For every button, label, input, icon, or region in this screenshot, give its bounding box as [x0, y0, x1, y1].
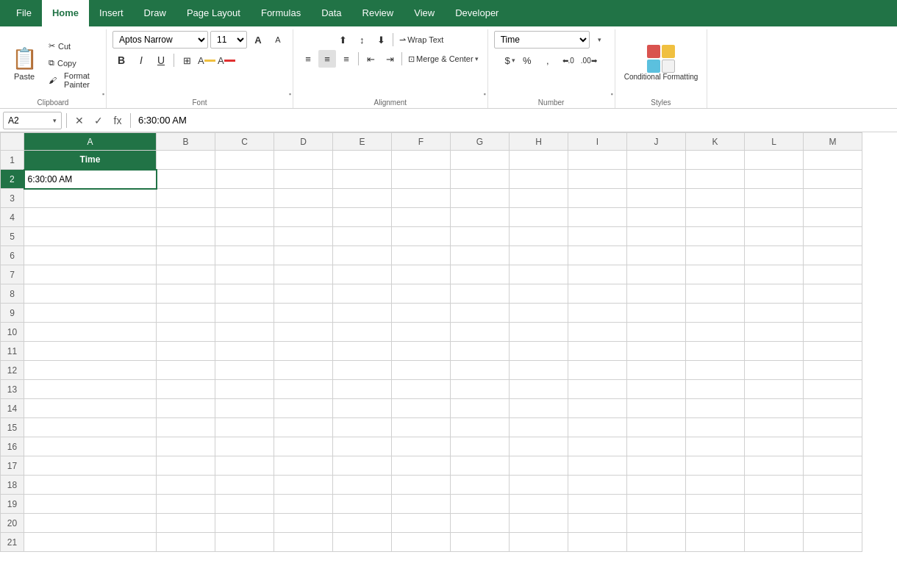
cell-D14[interactable] — [274, 399, 333, 418]
merge-center-button[interactable]: ⊡ Merge & Center ▾ — [405, 50, 482, 68]
cell-A14[interactable] — [24, 399, 157, 418]
cell-E1[interactable] — [333, 151, 392, 170]
cell-C21[interactable] — [215, 533, 274, 552]
cell-M17[interactable] — [804, 456, 862, 476]
cell-H16[interactable] — [510, 437, 568, 456]
cell-L8[interactable] — [745, 284, 804, 304]
cell-H12[interactable] — [510, 361, 568, 380]
cell-H2[interactable] — [510, 170, 568, 189]
cell-E20[interactable] — [333, 514, 392, 533]
cell-K21[interactable] — [686, 533, 745, 552]
row-header-16[interactable]: 16 — [1, 437, 24, 456]
cell-E5[interactable] — [333, 227, 392, 246]
cell-E13[interactable] — [333, 380, 392, 399]
cell-F1[interactable] — [392, 151, 451, 170]
copy-button[interactable]: ⧉ Copy — [46, 55, 97, 71]
col-header-J[interactable]: J — [627, 133, 686, 151]
row-header-8[interactable]: 8 — [1, 284, 24, 304]
cell-J20[interactable] — [627, 514, 686, 533]
cell-J18[interactable] — [627, 476, 686, 495]
cell-I9[interactable] — [568, 304, 627, 323]
cell-C2[interactable] — [215, 170, 274, 189]
cell-L2[interactable] — [745, 170, 804, 189]
cell-M2[interactable] — [804, 170, 862, 189]
row-header-1[interactable]: 1 — [1, 151, 24, 170]
cell-J6[interactable] — [627, 246, 686, 265]
cell-A20[interactable] — [24, 514, 157, 533]
wrap-text-button[interactable]: ⇀ Wrap Text — [396, 31, 446, 49]
cell-J12[interactable] — [627, 361, 686, 380]
row-header-10[interactable]: 10 — [1, 323, 24, 342]
cell-B14[interactable] — [157, 399, 215, 418]
cell-C15[interactable] — [215, 418, 274, 437]
col-header-M[interactable]: M — [804, 133, 862, 151]
cell-C10[interactable] — [215, 323, 274, 342]
cell-A6[interactable] — [24, 246, 157, 265]
font-color-button[interactable]: A — [218, 51, 235, 69]
cell-C6[interactable] — [215, 246, 274, 265]
cell-C11[interactable] — [215, 342, 274, 361]
cell-G21[interactable] — [451, 533, 510, 552]
cell-A5[interactable] — [24, 227, 157, 246]
cell-M20[interactable] — [804, 514, 862, 533]
cell-D7[interactable] — [274, 265, 333, 284]
col-header-L[interactable]: L — [745, 133, 804, 151]
cell-G13[interactable] — [451, 380, 510, 399]
cell-C12[interactable] — [215, 361, 274, 380]
cell-J15[interactable] — [627, 418, 686, 437]
cell-E6[interactable] — [333, 246, 392, 265]
increase-font-size-button[interactable]: A — [249, 31, 267, 49]
cell-I16[interactable] — [568, 437, 627, 456]
cell-B4[interactable] — [157, 208, 215, 227]
cell-H13[interactable] — [510, 380, 568, 399]
cell-A10[interactable] — [24, 323, 157, 342]
tab-home[interactable]: Home — [42, 0, 89, 26]
cell-A12[interactable] — [24, 361, 157, 380]
row-header-13[interactable]: 13 — [1, 380, 24, 399]
cell-M7[interactable] — [804, 265, 862, 284]
cell-A19[interactable] — [24, 495, 157, 514]
cell-M6[interactable] — [804, 246, 862, 265]
cell-H20[interactable] — [510, 514, 568, 533]
cell-B2[interactable] — [157, 170, 215, 189]
cell-F20[interactable] — [392, 514, 451, 533]
cell-L12[interactable] — [745, 361, 804, 380]
cell-A2[interactable]: 6:30:00 AM — [24, 170, 157, 189]
cell-F9[interactable] — [392, 304, 451, 323]
cell-K14[interactable] — [686, 399, 745, 418]
cell-G20[interactable] — [451, 514, 510, 533]
cell-F3[interactable] — [392, 189, 451, 208]
decrease-indent-button[interactable]: ⇤ — [362, 50, 379, 68]
tab-formulas[interactable]: Formulas — [251, 0, 311, 26]
cell-I21[interactable] — [568, 533, 627, 552]
cell-B18[interactable] — [157, 476, 215, 495]
cell-M16[interactable] — [804, 437, 862, 456]
cell-E2[interactable] — [333, 170, 392, 189]
cell-L1[interactable] — [745, 151, 804, 170]
cell-L4[interactable] — [745, 208, 804, 227]
cell-H14[interactable] — [510, 399, 568, 418]
cell-M10[interactable] — [804, 323, 862, 342]
cell-C4[interactable] — [215, 208, 274, 227]
percent-button[interactable]: % — [518, 51, 536, 69]
cell-H10[interactable] — [510, 323, 568, 342]
cell-B17[interactable] — [157, 456, 215, 476]
row-header-15[interactable]: 15 — [1, 418, 24, 437]
cell-I2[interactable] — [568, 170, 627, 189]
cell-H7[interactable] — [510, 265, 568, 284]
tab-developer[interactable]: Developer — [445, 0, 509, 26]
cell-A9[interactable] — [24, 304, 157, 323]
cell-H4[interactable] — [510, 208, 568, 227]
cell-L3[interactable] — [745, 189, 804, 208]
font-size-select[interactable]: 11 — [210, 31, 247, 49]
cell-C1[interactable] — [215, 151, 274, 170]
cell-F5[interactable] — [392, 227, 451, 246]
cell-I13[interactable] — [568, 380, 627, 399]
tab-view[interactable]: View — [404, 0, 445, 26]
name-box[interactable]: A2 ▾ — [3, 112, 62, 129]
cell-J21[interactable] — [627, 533, 686, 552]
cell-K9[interactable] — [686, 304, 745, 323]
align-right-button[interactable]: ≡ — [337, 50, 355, 68]
number-expand-icon[interactable]: ▪ — [610, 90, 612, 98]
cell-D13[interactable] — [274, 380, 333, 399]
